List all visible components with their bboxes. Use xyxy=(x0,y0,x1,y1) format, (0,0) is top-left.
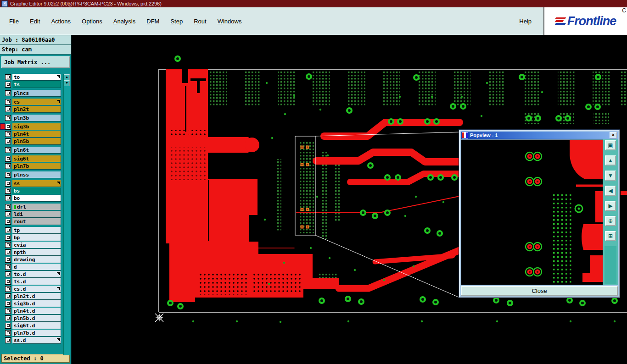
layer-row-cvia[interactable]: cvia xyxy=(0,242,63,248)
menu-analysis[interactable]: Analysis xyxy=(108,16,141,27)
layer-name-pln2t[interactable]: pln2t xyxy=(12,106,61,112)
layer-row-sig6t[interactable]: sig6t xyxy=(0,155,63,162)
pan-left-icon[interactable]: ◀ xyxy=(605,186,616,196)
layer-visibility-checkbox[interactable] xyxy=(5,90,11,96)
scrollbar-track[interactable] xyxy=(64,86,69,355)
menu-edit[interactable]: Edit xyxy=(24,16,45,27)
layer-visibility-checkbox[interactable] xyxy=(5,301,11,307)
layer-visibility-checkbox[interactable] xyxy=(5,337,11,343)
layer-visibility-checkbox[interactable] xyxy=(5,163,11,169)
layer-name-drl[interactable]: drl xyxy=(12,204,61,210)
layer-visibility-checkbox[interactable] xyxy=(5,219,11,225)
view-window-icon[interactable]: ▣ xyxy=(605,140,616,150)
layer-row-npth[interactable]: npth xyxy=(0,249,63,255)
layer-row-pln4t.d[interactable]: pln4t.d xyxy=(0,308,63,314)
layer-visibility-checkbox[interactable] xyxy=(5,257,11,263)
layer-row-pln5b.d[interactable]: pln5b.d xyxy=(0,315,63,321)
menu-help[interactable]: Help xyxy=(514,16,537,27)
layer-row-pln2t.d[interactable]: pln2t.d xyxy=(0,293,63,299)
layer-visibility-checkbox[interactable] xyxy=(5,308,11,314)
layer-name-ts.d[interactable]: ts.d xyxy=(12,278,61,285)
layer-visibility-checkbox[interactable] xyxy=(5,106,11,112)
layer-name-pln5b[interactable]: pln5b xyxy=(12,138,61,144)
layer-row-to.d[interactable]: to.d xyxy=(0,271,63,277)
layer-row-bs[interactable]: bs xyxy=(0,188,63,194)
layer-name-cs[interactable]: cs xyxy=(12,99,61,105)
layer-row-drl[interactable]: drl xyxy=(0,204,63,210)
layer-visibility-checkbox[interactable] xyxy=(5,323,11,329)
layer-visibility-checkbox[interactable] xyxy=(5,195,11,201)
layer-visibility-checkbox[interactable] xyxy=(5,188,11,194)
layer-visibility-checkbox[interactable] xyxy=(5,124,11,130)
layer-name-pln4t.d[interactable]: pln4t.d xyxy=(12,308,61,314)
menu-rout[interactable]: Rout xyxy=(188,16,212,27)
layer-row-cs.d[interactable]: cs.d xyxy=(0,286,63,292)
menu-step[interactable]: Step xyxy=(165,16,188,27)
layer-name-drawing[interactable]: drawing xyxy=(12,256,61,263)
layer-name-npth[interactable]: npth xyxy=(12,249,61,255)
popview-titlebar[interactable]: Popview - 1 × xyxy=(461,132,618,139)
layer-visibility-checkbox[interactable] xyxy=(5,293,11,299)
layer-visibility-checkbox[interactable] xyxy=(5,271,11,277)
layer-row-bo[interactable]: bo xyxy=(0,195,63,201)
layer-visibility-checkbox[interactable] xyxy=(5,181,11,187)
layer-name-ss[interactable]: ss xyxy=(12,180,61,187)
zoom-fit-icon[interactable]: ⊞ xyxy=(605,231,616,241)
layer-name-pln7b[interactable]: pln7b xyxy=(12,163,61,169)
layer-visibility-checkbox[interactable] xyxy=(5,138,11,144)
layer-visibility-checkbox[interactable] xyxy=(5,74,11,80)
layer-row-cs[interactable]: cs xyxy=(0,99,63,105)
layer-name-pln5b.d[interactable]: pln5b.d xyxy=(12,315,61,321)
pan-up-icon[interactable]: ▲ xyxy=(605,155,616,165)
close-icon[interactable]: × xyxy=(610,132,617,138)
layer-visibility-checkbox[interactable] xyxy=(5,82,11,88)
menu-options[interactable]: Options xyxy=(76,16,108,27)
menu-dfm[interactable]: DFM xyxy=(141,16,165,27)
layer-row-tp[interactable]: tp xyxy=(0,227,63,233)
pan-down-icon[interactable]: ▼ xyxy=(605,171,616,181)
job-matrix-button[interactable]: Job Matrix ... xyxy=(1,56,70,68)
layer-visibility-checkbox[interactable] xyxy=(5,147,11,153)
pan-right-icon[interactable]: ▶ xyxy=(605,201,616,211)
layer-visibility-checkbox[interactable] xyxy=(5,264,11,270)
scroll-up-icon[interactable]: ▲ xyxy=(64,74,70,80)
layer-name-tp[interactable]: tp xyxy=(12,227,61,233)
layer-visibility-checkbox[interactable] xyxy=(5,279,11,285)
menu-windows[interactable]: Windows xyxy=(212,16,247,27)
layer-name-ss.d[interactable]: ss.d xyxy=(12,337,61,343)
layer-name-rout[interactable]: rout xyxy=(12,218,61,225)
layer-name-pln6t[interactable]: pln6t xyxy=(12,147,61,153)
layer-row-to[interactable]: to xyxy=(0,74,63,80)
layer-row-pln2t[interactable]: pln2t xyxy=(0,106,63,112)
layer-name-bs[interactable]: bs xyxy=(12,188,61,194)
layer-name-bp[interactable]: bp xyxy=(12,234,61,241)
layer-name-plnss[interactable]: plnss xyxy=(12,171,61,178)
layer-visibility-checkbox[interactable] xyxy=(5,99,11,105)
layer-row-rout[interactable]: rout xyxy=(0,218,63,225)
window-titlebar[interactable]: × Graphic Editor 9.02c2 (00@HY-P3CAM-PC2… xyxy=(0,0,627,7)
layer-visibility-checkbox[interactable] xyxy=(5,211,11,217)
layer-row-pln7b[interactable]: pln7b xyxy=(0,163,63,169)
layer-visibility-checkbox[interactable] xyxy=(5,286,11,292)
layer-name-to[interactable]: to xyxy=(12,74,61,80)
layer-visibility-checkbox[interactable] xyxy=(5,315,11,321)
layer-visibility-checkbox[interactable] xyxy=(5,227,11,233)
layer-name-to.d[interactable]: to.d xyxy=(12,271,61,277)
layer-name-pln4t[interactable]: pln4t xyxy=(12,131,61,137)
layer-list-scrollbar[interactable]: ▲ ▼ xyxy=(63,74,70,355)
layer-name-cvia[interactable]: cvia xyxy=(12,242,61,248)
layer-row-ss[interactable]: ss xyxy=(0,180,63,187)
scroll-down-icon[interactable]: ▼ xyxy=(64,80,70,86)
layer-row-pln6t[interactable]: pln6t xyxy=(0,147,63,153)
layer-name-ts[interactable]: ts xyxy=(12,81,61,88)
layer-name-sig6t[interactable]: sig6t xyxy=(12,155,61,162)
layer-row-drawing[interactable]: drawing xyxy=(0,256,63,263)
layer-name-pln3b[interactable]: pln3b xyxy=(12,115,61,121)
popview-close-button[interactable]: Close xyxy=(461,286,618,296)
layer-row-d[interactable]: d xyxy=(0,264,63,270)
layer-row-pln5b[interactable]: pln5b xyxy=(0,138,63,144)
layer-visibility-checkbox[interactable] xyxy=(5,115,11,121)
menu-file[interactable]: File xyxy=(4,16,24,27)
layer-row-sig6t.d[interactable]: sig6t.d xyxy=(0,322,63,329)
layer-name-cs.d[interactable]: cs.d xyxy=(12,286,61,292)
